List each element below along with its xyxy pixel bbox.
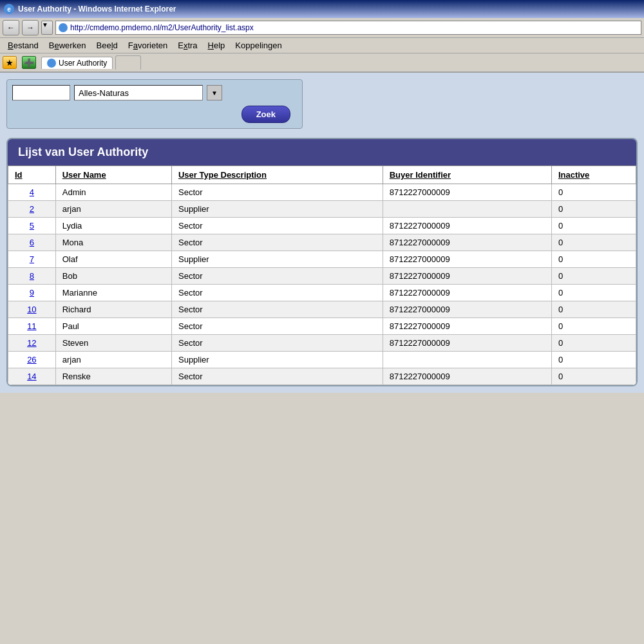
cell-username: Steven <box>55 335 171 352</box>
col-header-id: Id <box>8 166 56 184</box>
back-button[interactable]: ← <box>3 20 19 35</box>
cell-buyer: 8712227000009 <box>383 184 551 201</box>
cell-inactive: 0 <box>551 251 636 268</box>
favorites-bar: ★ ➕ User Authority <box>0 53 644 73</box>
col-header-username: User Name <box>55 166 171 184</box>
cell-inactive: 0 <box>551 234 636 251</box>
cell-buyer: 8712227000009 <box>383 285 551 301</box>
cell-id[interactable]: 7 <box>8 251 56 268</box>
nav-bar: ← → ▼ http://cmdemo.pmdemo.nl/m2/UserAut… <box>0 18 644 38</box>
cell-username: Lydia <box>55 218 171 234</box>
col-header-buyer: Buyer Identifier <box>383 166 551 184</box>
table-row: 10RichardSector87122270000090 <box>8 301 636 318</box>
tab-ie-icon <box>47 59 56 68</box>
table-row: 8BobSector87122270000090 <box>8 268 636 285</box>
add-favorites-icon[interactable]: ➕ <box>22 56 36 69</box>
cell-id[interactable]: 8 <box>8 268 56 285</box>
table-row: 5LydiaSector87122270000090 <box>8 218 636 234</box>
cell-id[interactable]: 12 <box>8 335 56 352</box>
cell-buyer: 8712227000009 <box>383 368 551 385</box>
menu-bar: Bestand Bewerken Beeld Favorieten Extra … <box>0 38 644 53</box>
user-authority-table: Id User Name User Type Description Buyer… <box>8 166 636 385</box>
cell-inactive: 0 <box>551 218 636 234</box>
cell-buyer: 8712227000009 <box>383 301 551 318</box>
new-tab[interactable] <box>115 55 141 70</box>
cell-inactive: 0 <box>551 335 636 352</box>
cell-type: Sector <box>171 218 383 234</box>
cell-type: Sector <box>171 285 383 301</box>
favorites-star-icon[interactable]: ★ <box>3 56 17 69</box>
url-text: http://cmdemo.pmdemo.nl/m2/UserAuthority… <box>70 23 254 32</box>
cell-id[interactable]: 2 <box>8 201 56 218</box>
search-area: ▼ Zoek <box>6 79 303 129</box>
cell-id[interactable]: 14 <box>8 368 56 385</box>
search-btn-row: Zoek <box>12 106 297 123</box>
list-container: Lijst van User Authority Id User Name Us… <box>6 138 638 386</box>
dropdown-button[interactable]: ▼ <box>41 21 53 35</box>
title-bar: e User Authority - Windows Internet Expl… <box>0 0 644 18</box>
cell-buyer: 8712227000009 <box>383 268 551 285</box>
cell-username: Admin <box>55 184 171 201</box>
cell-id[interactable]: 10 <box>8 301 56 318</box>
cell-buyer <box>383 352 551 368</box>
cell-id[interactable]: 9 <box>8 285 56 301</box>
cell-buyer: 8712227000009 <box>383 251 551 268</box>
table-row: 2arjanSupplier0 <box>8 201 636 218</box>
cell-inactive: 0 <box>551 268 636 285</box>
cell-inactive: 0 <box>551 184 636 201</box>
tab-bar: User Authority <box>41 55 141 70</box>
menu-extra[interactable]: Extra <box>173 39 202 52</box>
table-row: 26arjanSupplier0 <box>8 352 636 368</box>
ie-icon: e <box>4 4 14 14</box>
cell-inactive: 0 <box>551 201 636 218</box>
list-title: Lijst van User Authority <box>8 139 636 166</box>
cell-username: Renske <box>55 368 171 385</box>
cell-username: arjan <box>55 201 171 218</box>
table-row: 14RenskeSector87122270000090 <box>8 368 636 385</box>
table-row: 12StevenSector87122270000090 <box>8 335 636 352</box>
forward-button[interactable]: → <box>22 20 39 35</box>
cell-id[interactable]: 26 <box>8 352 56 368</box>
cell-inactive: 0 <box>551 318 636 335</box>
cell-type: Sector <box>171 234 383 251</box>
cell-buyer: 8712227000009 <box>383 234 551 251</box>
menu-help[interactable]: Help <box>203 39 231 52</box>
cell-type: Supplier <box>171 251 383 268</box>
cell-type: Sector <box>171 301 383 318</box>
search-row: ▼ <box>12 85 297 100</box>
table-body: 4AdminSector871222700000902arjanSupplier… <box>8 184 636 385</box>
cell-id[interactable]: 6 <box>8 234 56 251</box>
active-tab[interactable]: User Authority <box>41 57 113 69</box>
table-row: 9MarianneSector87122270000090 <box>8 285 636 301</box>
cell-type: Sector <box>171 318 383 335</box>
cell-type: Sector <box>171 368 383 385</box>
browser-chrome: ← → ▼ http://cmdemo.pmdemo.nl/m2/UserAut… <box>0 18 644 73</box>
col-header-inactive: Inactive <box>551 166 636 184</box>
menu-bewerken[interactable]: Bewerken <box>44 39 91 52</box>
cell-buyer: 8712227000009 <box>383 335 551 352</box>
col-header-type: User Type Description <box>171 166 383 184</box>
cell-type: Sector <box>171 268 383 285</box>
zoek-button[interactable]: Zoek <box>242 106 290 123</box>
search-category-input[interactable] <box>12 85 70 100</box>
cell-username: Mona <box>55 234 171 251</box>
cell-username: Richard <box>55 301 171 318</box>
cell-id[interactable]: 5 <box>8 218 56 234</box>
menu-bestand[interactable]: Bestand <box>3 39 44 52</box>
search-input[interactable] <box>74 85 203 100</box>
address-bar[interactable]: http://cmdemo.pmdemo.nl/m2/UserAuthority… <box>55 21 641 35</box>
tab-label: User Authority <box>59 59 107 68</box>
cell-type: Supplier <box>171 201 383 218</box>
menu-favorieten[interactable]: Favorieten <box>123 39 173 52</box>
menu-koppelingen[interactable]: Koppelingen <box>230 39 287 52</box>
search-dropdown-btn[interactable]: ▼ <box>207 85 222 100</box>
table-row: 6MonaSector87122270000090 <box>8 234 636 251</box>
cell-username: arjan <box>55 352 171 368</box>
cell-id[interactable]: 4 <box>8 184 56 201</box>
table-header-row: Id User Name User Type Description Buyer… <box>8 166 636 184</box>
cell-id[interactable]: 11 <box>8 318 56 335</box>
menu-beeld[interactable]: Beeld <box>91 39 123 52</box>
cell-buyer <box>383 201 551 218</box>
cell-username: Olaf <box>55 251 171 268</box>
window-title: User Authority - Windows Internet Explor… <box>18 5 176 14</box>
